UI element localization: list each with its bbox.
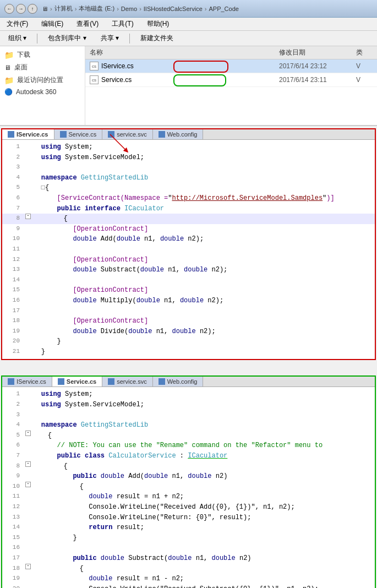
tab-webconfig[interactable]: Web.config (153, 129, 204, 139)
s-code-line-3: 3 (2, 410, 375, 421)
service-code-editor: 1 using System; 2 using System.ServiceMo… (2, 387, 375, 588)
collapse-btn-s10[interactable]: - (25, 482, 31, 487)
tab2-svc[interactable]: service.svc (102, 377, 152, 386)
file-name-iservice: cs IService.cs (90, 62, 279, 70)
collapse-btn-s8[interactable]: - (25, 461, 31, 467)
code-line-4: 4 namespace GettingStartedLib (2, 173, 375, 183)
tab2-label-service: Service.cs (67, 378, 96, 385)
tab2-label-webconfig: Web.config (167, 378, 198, 385)
tab-label-svc: service.svc (117, 131, 146, 138)
s-code-line-6: 6 // NOTE: You can use the "Rename" comm… (2, 440, 375, 451)
code-line-19: 19 double Divide(double n1, double n2); (2, 326, 375, 337)
code-line-7: 7 public interface ICaculator (2, 204, 375, 214)
s-code-line-8: 8 - { (2, 461, 375, 472)
tab2-label-svc: service.svc (117, 378, 146, 385)
section-gap (0, 362, 377, 371)
menu-help[interactable]: 帮助(H) (145, 19, 172, 29)
code-line-13: 13 double Substract(double n1, double n2… (2, 265, 375, 275)
col-header-date: 修改日期 (279, 48, 356, 57)
s-code-line-19: 19 double result = n1 - n2; (2, 574, 375, 584)
menu-edit[interactable]: 编辑(E) (39, 19, 65, 29)
file-type-iservice: V (356, 62, 373, 70)
sidebar-label-download: 下载 (17, 50, 30, 59)
code-line-15: 15 [OperationContract] (2, 285, 375, 296)
file-explorer: 📁 下载 🖥 桌面 📁 最近访问的位置 🔵 Autodesk 360 名称 修改… (0, 46, 377, 126)
collapse-btn-s5[interactable]: - (25, 431, 31, 436)
title-bar-buttons: ← → ↑ (4, 4, 37, 14)
menu-view[interactable]: 查看(V) (74, 19, 101, 29)
file-list-header: 名称 修改日期 类 (85, 46, 377, 59)
up-button[interactable]: ↑ (28, 4, 37, 14)
breadcrumb-service[interactable]: IISHostedCalcService (144, 6, 203, 12)
monitor-icon-desktop: 🖥 (4, 64, 11, 72)
sidebar-item-desktop[interactable]: 🖥 桌面 (0, 61, 85, 74)
tab-icon-svc (108, 131, 114, 138)
s-code-line-13: 13 Console.WriteLine("Return: {0}", resu… (2, 513, 375, 523)
code-line-21: 21 } (2, 347, 375, 357)
tab2-iservice[interactable]: IService.cs (2, 377, 52, 386)
collapse-btn-s18[interactable]: - (25, 564, 31, 569)
tab-svc[interactable]: service.svc (102, 129, 152, 139)
page-wrapper: ← → ↑ 🖥 › 计算机 › 本地磁盘 (E:) › Demo › IISHo… (0, 0, 377, 588)
sidebar-label-recent: 最近访问的位置 (17, 75, 63, 85)
folder-icon-download: 📁 (4, 51, 14, 59)
code-line-16: 16 double Multiply(double n1, double n2)… (2, 296, 375, 306)
new-folder-button[interactable]: 新建文件夹 (136, 32, 177, 45)
tab-label-iservice: IService.cs (17, 131, 48, 138)
s-code-line-15: 15 } (2, 533, 375, 543)
breadcrumb: 🖥 › 计算机 › 本地磁盘 (E:) › Demo › IISHostedCa… (42, 4, 239, 13)
tab-service[interactable]: Service.cs (54, 129, 103, 139)
service-tabs: IService.cs Service.cs service.svc Web.c… (2, 377, 375, 387)
tab-label-service: Service.cs (69, 131, 97, 138)
file-row-service[interactable]: cs Service.cs 2017/6/14 23:11 V (85, 73, 377, 87)
menu-file[interactable]: 文件(F) (4, 19, 30, 29)
tab2-icon-iservice (8, 378, 14, 385)
tab2-service-active[interactable]: Service.cs (52, 377, 102, 386)
autodesk-icon: 🔵 (4, 88, 13, 96)
code-line-10: 10 double Add(double n1, double n2); (2, 234, 375, 244)
col-header-name: 名称 (90, 48, 279, 57)
tab-icon-webconfig (159, 131, 165, 138)
breadcrumb-demo[interactable]: Demo (121, 6, 137, 12)
file-type-service: V (356, 76, 373, 84)
s-code-line-10: 10 - { (2, 482, 375, 492)
toolbar: 组织 ▾ 包含到库中 ▾ 共享 ▾ 新建文件夹 (0, 31, 377, 46)
code-line-2: 2 using System.ServiceModel; (2, 153, 375, 163)
organize-button[interactable]: 组织 ▾ (4, 32, 30, 45)
breadcrumb-disk[interactable]: 本地磁盘 (E:) (79, 4, 114, 13)
menu-tools[interactable]: 工具(T) (110, 19, 135, 29)
s-code-line-1: 1 using System; (2, 389, 375, 400)
tab2-icon-webconfig (159, 378, 165, 385)
breadcrumb-computer[interactable]: 计算机 (54, 4, 73, 13)
sidebar-item-autodesk[interactable]: 🔵 Autodesk 360 (0, 86, 85, 97)
iservice-code-section: IService.cs Service.cs service.svc Web.c… (1, 128, 376, 360)
file-row-iservice[interactable]: cs IService.cs 2017/6/14 23:12 V (85, 59, 377, 73)
sidebar-item-download[interactable]: 📁 下载 (0, 48, 85, 61)
new-folder-label: 新建文件夹 (140, 34, 173, 43)
service-code-section: IService.cs Service.cs service.svc Web.c… (1, 375, 376, 588)
tab-iservice-active[interactable]: IService.cs (2, 129, 54, 139)
s-code-line-12: 12 Console.WriteLine("Received Add({0}, … (2, 502, 375, 513)
share-button[interactable]: 共享 ▾ (97, 32, 123, 45)
file-name-service: cs Service.cs (90, 75, 279, 84)
title-bar: ← → ↑ 🖥 › 计算机 › 本地磁盘 (E:) › Demo › IISHo… (0, 0, 377, 18)
s-code-line-4: 4 namespace GettingStartedLib (2, 420, 375, 431)
s-code-line-5: 5 - { (2, 431, 375, 441)
include-label: 包含到库中 ▾ (48, 34, 86, 43)
collapse-btn-8[interactable]: - (25, 214, 31, 219)
tab-icon-service (60, 131, 67, 138)
col-header-type: 类 (356, 48, 373, 57)
file-date-service: 2017/6/14 23:11 (279, 76, 356, 84)
filename-service: Service.cs (101, 76, 132, 84)
include-button[interactable]: 包含到库中 ▾ (44, 32, 90, 45)
code-line-18: 18 [OperationContract] (2, 316, 375, 326)
file-date-iservice: 2017/6/14 23:12 (279, 62, 356, 70)
back-button[interactable]: ← (4, 4, 14, 14)
toolbar-sep-1 (37, 34, 37, 43)
menu-bar: 文件(F) 编辑(E) 查看(V) 工具(T) 帮助(H) (0, 18, 377, 31)
sidebar-item-recent[interactable]: 📁 最近访问的位置 (0, 74, 85, 86)
tab2-webconfig[interactable]: Web.config (153, 377, 204, 386)
forward-button[interactable]: → (16, 4, 26, 14)
breadcrumb-appcode[interactable]: APP_Code (209, 6, 238, 12)
code-line-11: 11 (2, 244, 375, 255)
